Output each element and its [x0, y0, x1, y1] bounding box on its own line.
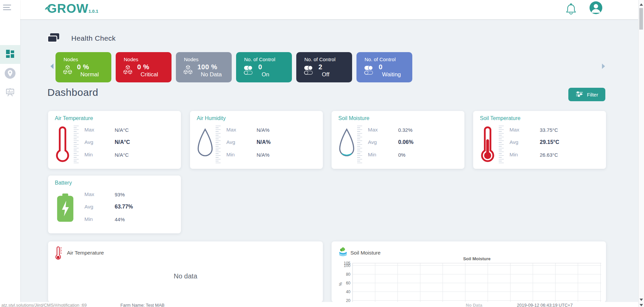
avg-label: Avg — [226, 139, 246, 145]
page-title: Dashboard — [47, 87, 98, 98]
stat-card-soil-moisture: Soil Moisture Max 0.32% Avg 0.06% Min 0% — [332, 111, 464, 169]
max-value: 93% — [115, 192, 125, 197]
stat-card-title: Soil Moisture — [338, 115, 369, 121]
stat-row-avg: Avg 0.06% — [368, 139, 413, 146]
stat-card-title: Soil Temperature — [480, 115, 521, 121]
soil-layers-icon — [338, 247, 348, 258]
carousel-right-arrow[interactable] — [601, 63, 606, 70]
notification-bell-icon[interactable] — [566, 3, 576, 15]
max-label: Max — [509, 127, 529, 133]
max-label: Max — [84, 191, 104, 197]
toggle-switches-icon — [243, 65, 254, 77]
battery-icon — [55, 193, 75, 225]
stat-row-min: Min N/A% — [226, 151, 271, 158]
chart-card-title: Air Temperature — [67, 250, 104, 256]
thermometer-filled-icon — [481, 126, 495, 165]
health-card-control-off[interactable]: No. of Control 2 Off — [296, 52, 352, 82]
card-status: On — [262, 71, 269, 78]
stat-card-air-temperature: Air Temperature Max N/A°C Avg N/A°C Min … — [48, 111, 181, 169]
health-card-nodes-normal[interactable]: Nodes 0 % Normal — [55, 52, 111, 82]
stat-card-title: Air Humidity — [197, 115, 226, 121]
min-value: 0% — [398, 152, 406, 158]
health-card-nodes-nodata[interactable]: Nodes 100 % No Data — [176, 52, 232, 82]
card-label: No. of Control — [244, 56, 292, 62]
health-card-control-waiting[interactable]: No. of Control 0 Waiting — [356, 52, 412, 82]
scrollbar-thumb[interactable] — [639, 8, 643, 30]
filter-button-label: Filter — [587, 92, 598, 98]
chart-card-air-temperature: Air Temperature No data — [48, 241, 323, 302]
ruler-scale — [499, 126, 504, 164]
menu-toggle-icon[interactable] — [3, 5, 11, 12]
filter-button[interactable]: Filter — [568, 88, 605, 101]
y-tick: 40 — [336, 290, 350, 294]
min-label: Min — [226, 152, 246, 158]
max-value: 0.32% — [398, 127, 413, 133]
card-label: Nodes — [64, 56, 111, 62]
max-value: 33.75°C — [540, 127, 558, 133]
y-tick: 100 — [336, 263, 350, 268]
stat-row-avg: Avg N/A% — [226, 139, 271, 146]
min-label: Min — [84, 216, 104, 222]
carousel-left-arrow[interactable] — [50, 63, 54, 70]
ruler-scale — [357, 126, 362, 164]
stat-row-avg: Avg 29.15°C — [509, 139, 559, 146]
health-card-control-on[interactable]: No. of Control 0 On — [236, 52, 292, 82]
stat-row-max: Max N/A°C — [84, 126, 130, 133]
nodes-cubes-icon — [62, 65, 73, 77]
stat-card-title: Battery — [55, 180, 72, 186]
sidebar-item-dashboard[interactable] — [0, 45, 20, 64]
max-value: N/A% — [257, 127, 269, 133]
scroll-down-arrow-icon — [640, 304, 643, 306]
footer-no-data: No Data — [466, 303, 482, 307]
stat-row-min: Min 0% — [368, 151, 413, 158]
water-drop-icon — [336, 126, 357, 165]
health-check-title: Health Check — [71, 34, 116, 42]
sidebar-item-locations[interactable] — [0, 65, 20, 83]
health-check-icon — [47, 33, 60, 45]
status-url: atz.styl.solutions/Jiird/CMS/#/notificat… — [1, 303, 87, 307]
stat-card-battery: Battery Max 93% Avg 63.77% Min 44% — [48, 176, 181, 233]
card-value: 2 — [318, 63, 329, 71]
avg-value: 63.77% — [115, 204, 133, 210]
nodes-cubes-icon — [183, 65, 193, 77]
chart-card-soil-moisture: Soil Moisture Soil Moisture % 105 100 80… — [332, 241, 606, 302]
max-label: Max — [84, 127, 104, 133]
stat-row-min: Min 26.63°C — [509, 151, 559, 158]
user-avatar-icon[interactable] — [590, 1, 602, 14]
toggle-switches-icon — [303, 65, 314, 77]
scroll-up-arrow-icon[interactable] — [640, 3, 643, 6]
thermometer-icon — [55, 246, 62, 262]
min-label: Min — [509, 152, 529, 158]
max-value: N/A°C — [115, 127, 129, 133]
stat-card-soil-temperature: Soil Temperature Max 33.75°C Avg 29.15°C… — [473, 111, 606, 169]
card-label: No. of Control — [365, 56, 412, 62]
toggle-switches-icon — [363, 65, 375, 77]
card-status: Waiting — [382, 71, 401, 78]
card-status: Normal — [80, 71, 99, 78]
stat-row-avg: Avg 63.77% — [84, 203, 133, 210]
ruler-scale — [216, 126, 221, 164]
health-card-nodes-critical[interactable]: Nodes 0 % Critical — [116, 52, 172, 82]
stat-row-avg: Avg N/A°C — [84, 139, 130, 146]
vertical-scrollbar[interactable] — [638, 0, 644, 307]
sidebar-item-reports[interactable] — [0, 83, 20, 102]
no-data-message: No data — [48, 272, 323, 280]
filter-sliders-icon — [575, 91, 583, 99]
min-value: 26.63°C — [540, 152, 558, 158]
max-label: Max — [226, 127, 246, 133]
stat-row-max: Max N/A% — [226, 126, 271, 133]
avg-label: Avg — [509, 139, 529, 145]
avg-label: Avg — [84, 204, 104, 210]
stat-card-air-humidity: Air Humidity Max N/A% Avg N/A% Min N/A% — [190, 111, 323, 169]
avg-value: 29.15°C — [540, 139, 559, 145]
location-pin-icon — [4, 68, 16, 80]
top-header: GROW1.0.1 — [0, 0, 638, 19]
chart-plot-area — [352, 263, 601, 302]
logo-version: 1.0.1 — [88, 9, 98, 14]
scroll-down-arrow-icon[interactable] — [640, 299, 643, 301]
farm-name: Farm Name: Test MAB — [120, 303, 164, 307]
card-status: Off — [322, 71, 329, 78]
presentation-chart-icon — [5, 87, 15, 98]
min-value: N/A% — [257, 152, 269, 158]
card-status: No Data — [201, 71, 222, 78]
